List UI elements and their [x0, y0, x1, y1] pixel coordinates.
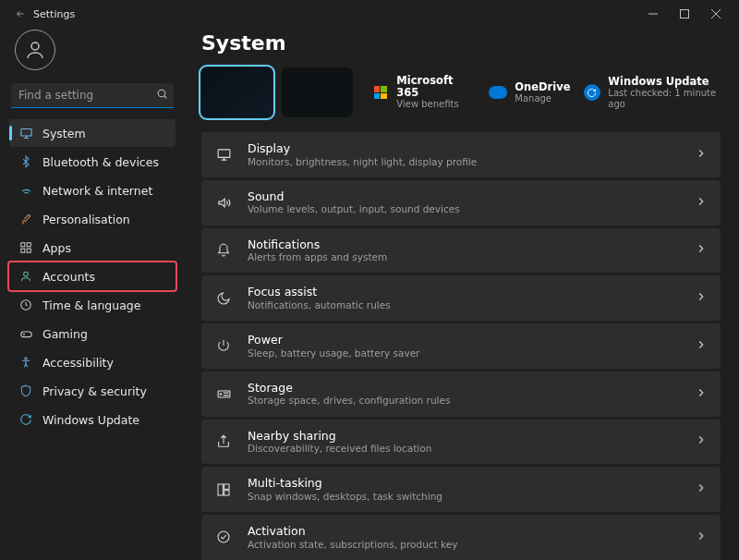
svg-rect-17: [224, 490, 229, 494]
storage-icon: [214, 384, 233, 403]
row-nearby[interactable]: Nearby sharingDiscoverability, received …: [201, 420, 721, 465]
chevron-right-icon: [695, 530, 708, 545]
search-input[interactable]: [11, 83, 174, 108]
row-title: Storage: [248, 381, 680, 396]
sidebar-item-bluetooth[interactable]: Bluetooth & devices: [9, 148, 176, 176]
sidebar-item-apps[interactable]: Apps: [9, 234, 176, 262]
top-card-ms365[interactable]: Microsoft 365View benefits: [371, 75, 468, 110]
sidebar-item-network[interactable]: Network & internet: [9, 177, 176, 204]
svg-point-1: [31, 43, 39, 50]
titlebar: Settings: [0, 0, 739, 28]
row-power[interactable]: PowerSleep, battery usage, battery saver: [201, 323, 721, 369]
avatar[interactable]: [15, 30, 55, 70]
row-sub: Monitors, brightness, night light, displ…: [248, 156, 680, 168]
svg-rect-12: [218, 150, 230, 158]
sidebar-item-label: Accounts: [42, 270, 95, 284]
sidebar: SystemBluetooth & devicesNetwork & inter…: [0, 28, 185, 560]
back-button[interactable]: [7, 8, 33, 19]
sidebar-item-label: Windows Update: [42, 413, 139, 427]
chevron-right-icon: [695, 195, 708, 211]
sidebar-item-privacy[interactable]: Privacy & security: [9, 377, 176, 405]
row-focus[interactable]: Focus assistNotifications, automatic rul…: [201, 275, 721, 321]
row-sub: Storage space, drives, configuration rul…: [248, 395, 680, 407]
sidebar-item-gaming[interactable]: Gaming: [9, 320, 176, 347]
chevron-right-icon: [695, 290, 708, 306]
sidebar-item-label: Bluetooth & devices: [42, 155, 159, 169]
svg-rect-16: [224, 484, 229, 489]
svg-rect-10: [20, 332, 30, 337]
sidebar-item-label: Accessibility: [42, 356, 114, 370]
settings-list: DisplayMonitors, brightness, night light…: [201, 132, 721, 560]
row-display[interactable]: DisplayMonitors, brightness, night light…: [201, 132, 721, 177]
row-title: Display: [248, 141, 680, 156]
bluetooth-icon: [18, 154, 33, 169]
row-multitask[interactable]: Multi-taskingSnap windows, desktops, tas…: [201, 467, 721, 512]
minimize-button[interactable]: [637, 0, 669, 28]
top-card-winupdate[interactable]: Windows UpdateLast checked: 1 minute ago: [583, 75, 721, 110]
update-icon: [18, 412, 33, 427]
row-notifications[interactable]: NotificationsAlerts from apps and system: [201, 228, 721, 274]
svg-rect-6: [21, 249, 25, 252]
row-sub: Volume levels, output, input, sound devi…: [248, 203, 680, 215]
svg-point-2: [158, 90, 165, 97]
sidebar-item-system[interactable]: System: [9, 119, 176, 147]
close-button[interactable]: [700, 0, 732, 28]
row-title: Nearby sharing: [248, 429, 680, 444]
row-title: Notifications: [248, 237, 680, 252]
svg-rect-0: [681, 10, 689, 18]
sidebar-item-update[interactable]: Windows Update: [9, 406, 176, 433]
sidebar-item-label: Gaming: [42, 327, 88, 341]
sidebar-item-label: Privacy & security: [42, 384, 147, 398]
svg-rect-5: [27, 243, 30, 247]
row-title: Activation: [248, 524, 680, 539]
row-storage[interactable]: StorageStorage space, drives, configurat…: [201, 371, 721, 417]
sound-icon: [214, 193, 233, 212]
multitask-icon: [214, 481, 233, 499]
svg-point-8: [24, 272, 29, 276]
window-title: Settings: [33, 8, 75, 20]
top-card-sub: Manage: [515, 93, 570, 104]
check-icon: [214, 528, 233, 546]
search-icon: [156, 88, 168, 103]
row-title: Sound: [248, 189, 680, 204]
chevron-right-icon: [695, 386, 708, 402]
shield-icon: [18, 383, 33, 398]
system-icon: [18, 126, 33, 140]
desktop-thumb-2[interactable]: [282, 67, 353, 117]
gamepad-icon: [18, 326, 33, 341]
sidebar-item-label: Network & internet: [42, 184, 152, 198]
bell-icon: [214, 241, 233, 260]
share-icon: [214, 432, 233, 451]
row-activation[interactable]: ActivationActivation state, subscription…: [201, 515, 721, 560]
svg-point-11: [25, 358, 27, 359]
sidebar-item-time[interactable]: Time & language: [9, 291, 176, 319]
sidebar-nav: SystemBluetooth & devicesNetwork & inter…: [9, 119, 176, 433]
moon-icon: [214, 289, 233, 308]
power-icon: [214, 336, 233, 355]
top-card-onedrive[interactable]: OneDriveManage: [489, 75, 563, 110]
svg-point-18: [218, 531, 229, 542]
row-title: Multi-tasking: [248, 476, 680, 491]
sidebar-item-label: System: [42, 127, 86, 140]
row-sub: Snap windows, desktops, task switching: [248, 491, 680, 503]
onedrive-icon: [489, 86, 507, 99]
svg-rect-7: [27, 249, 30, 252]
sidebar-item-accounts[interactable]: Accounts: [9, 262, 176, 290]
sidebar-item-accessibility[interactable]: Accessibility: [9, 348, 176, 376]
chevron-right-icon: [695, 433, 708, 449]
sidebar-item-personalisation[interactable]: Personalisation: [9, 205, 176, 233]
row-title: Power: [248, 333, 680, 347]
desktop-thumb-1[interactable]: [201, 67, 273, 117]
row-title: Focus assist: [248, 285, 680, 299]
search-wrap: [11, 83, 174, 108]
row-sound[interactable]: SoundVolume levels, output, input, sound…: [201, 180, 721, 225]
chevron-right-icon: [695, 338, 708, 354]
wifi-icon: [18, 183, 33, 198]
chevron-right-icon: [695, 147, 708, 163]
svg-rect-15: [218, 484, 223, 495]
sidebar-item-label: Personalisation: [42, 213, 130, 226]
maximize-button[interactable]: [669, 0, 700, 28]
top-card-title: Windows Update: [608, 76, 721, 88]
top-row: Microsoft 365View benefitsOneDriveManage…: [201, 67, 721, 117]
accessibility-icon: [18, 355, 33, 370]
